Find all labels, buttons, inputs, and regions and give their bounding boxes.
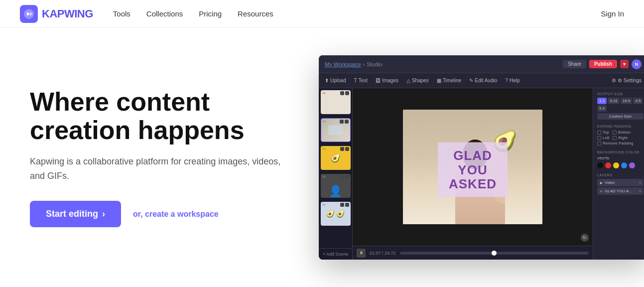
- remove-padding-checkbox[interactable]: [597, 142, 601, 145]
- layer-video[interactable]: ▶ Video ≡: [597, 179, 644, 186]
- output-size-section: OUTPUT SIZE 1:1 9:16 16:9 4:5 5:4 Custom…: [597, 92, 644, 120]
- remove-padding-label: Remove Padding: [603, 141, 633, 145]
- toolbar-settings[interactable]: ⚙ ⚙ Settings: [612, 78, 642, 83]
- images-label: Images: [382, 78, 398, 83]
- toolbar-edit-audio[interactable]: ✎ Edit Audio: [469, 78, 497, 83]
- text-label: Text: [359, 78, 368, 83]
- scene-3-delete-icon: [345, 147, 349, 151]
- scene-5-label: 4s: [322, 203, 326, 206]
- scene-2[interactable]: 4s: [321, 118, 351, 142]
- scene-3[interactable]: 4s 🥑: [321, 146, 351, 170]
- size-16-9[interactable]: 16:9: [621, 98, 633, 104]
- text-icon: T: [354, 78, 357, 83]
- color-purple[interactable]: [629, 162, 635, 168]
- remove-padding-row: Remove Padding: [597, 141, 644, 145]
- layer-text-icon: A: [600, 190, 603, 193]
- studio-mockup: My Workspace › Studio Share Publish ▾ N …: [319, 55, 644, 260]
- layer-text-label: GLAD YOU A...: [605, 189, 632, 193]
- toolbar-upload[interactable]: ⬆ Upload: [325, 78, 346, 83]
- upload-label: Upload: [330, 78, 346, 83]
- scene-3-label: 4s: [322, 147, 326, 150]
- studio-canvas: 🥑 GLAD YOU ASKED ↻ ⏸ 01:07 / 24:: [353, 88, 593, 260]
- color-options: [597, 162, 644, 168]
- nav-tools[interactable]: Tools: [113, 9, 130, 18]
- scene-2-label: 4s: [323, 120, 326, 123]
- output-sizes: 1:1 9:16 16:9 4:5 5:4: [597, 98, 644, 112]
- color-yellow[interactable]: [613, 162, 619, 168]
- toolbar-timeline[interactable]: ▦ Timeline: [437, 78, 461, 83]
- hero-title: Where content creation happens: [30, 88, 289, 144]
- color-blue[interactable]: [621, 162, 627, 168]
- hero-section: Where content creation happens Kapwing i…: [0, 28, 644, 287]
- signin-button[interactable]: Sign In: [601, 9, 624, 18]
- logo[interactable]: KAPWING: [20, 5, 93, 23]
- scene-delete-icon: [345, 91, 349, 95]
- layer-text[interactable]: A GLAD YOU A... ≡: [597, 187, 644, 195]
- help-icon: ?: [505, 78, 508, 83]
- custom-size-button[interactable]: Custom Size: [597, 113, 644, 120]
- publish-button[interactable]: Publish: [589, 60, 617, 68]
- scene-1-label: 4s: [322, 91, 326, 95]
- timeline-track[interactable]: [400, 252, 589, 255]
- color-red[interactable]: [605, 162, 611, 168]
- padding-lr-row: Left Right: [597, 136, 644, 140]
- padding-left-label: Left: [603, 136, 609, 140]
- layer-video-label: Video: [605, 180, 615, 185]
- toolbar-help[interactable]: ? Help: [505, 78, 519, 83]
- toolbar-text[interactable]: T Text: [354, 78, 368, 83]
- scene-4[interactable]: 3s 👤: [321, 174, 351, 198]
- toolbar-images[interactable]: 🖼 Images: [376, 78, 398, 83]
- toolbar-shapes[interactable]: △ Shapes: [406, 78, 429, 83]
- scene-5-actions: [340, 203, 349, 207]
- edit-audio-icon: ✎: [469, 78, 473, 83]
- size-9-16[interactable]: 9:16: [608, 98, 620, 104]
- padding-right-label: Right: [618, 136, 628, 140]
- start-editing-button[interactable]: Start editing ›: [30, 201, 121, 227]
- breadcrumb-workspace[interactable]: My Workspace: [325, 61, 361, 67]
- edit-audio-label: Edit Audio: [475, 78, 497, 83]
- help-label: Help: [510, 78, 520, 83]
- padding-right-checkbox[interactable]: [613, 136, 617, 140]
- scene-4-label: 3s: [322, 175, 326, 178]
- timeline-thumb[interactable]: [492, 251, 497, 256]
- expand-padding-label: EXPAND PADDING: [597, 125, 644, 128]
- color-black[interactable]: [597, 162, 603, 168]
- share-button[interactable]: Share: [563, 60, 586, 68]
- scenes-panel: 4s 4s: [319, 88, 353, 260]
- scene-4-actions: [340, 175, 349, 179]
- scene-3-actions: [340, 147, 349, 151]
- upload-icon: ⬆: [325, 78, 329, 83]
- canvas-background: 🥑 GLAD YOU ASKED: [403, 110, 542, 224]
- scene-4-duplicate-icon: [340, 175, 344, 179]
- size-4-5[interactable]: 4:5: [633, 98, 643, 104]
- output-size-label: OUTPUT SIZE: [597, 92, 644, 96]
- nav-pricing[interactable]: Pricing: [199, 9, 222, 18]
- padding-bottom-checkbox[interactable]: [613, 131, 617, 135]
- kapwing-logo-svg: [23, 8, 35, 20]
- shapes-label: Shapes: [412, 78, 429, 83]
- scene-1-actions: [340, 91, 349, 95]
- play-button[interactable]: ⏸: [357, 249, 366, 258]
- scene-2-delete-icon: [345, 120, 349, 124]
- avatar: N: [632, 59, 642, 69]
- nav-links: Tools Collections Pricing Resources: [113, 9, 601, 18]
- padding-bottom-label: Bottom: [618, 130, 631, 135]
- breadcrumb-page: Studio: [367, 61, 382, 67]
- hero-left: Where content creation happens Kapwing i…: [30, 88, 289, 228]
- scene-1[interactable]: 4s: [321, 90, 351, 114]
- padding-left-checkbox[interactable]: [597, 136, 601, 140]
- padding-top-checkbox[interactable]: [597, 131, 601, 135]
- bg-color-label: BACKGROUND COLOR: [597, 150, 644, 154]
- nav-collections[interactable]: Collections: [146, 9, 183, 18]
- add-scene-button[interactable]: + Add Scene: [319, 248, 352, 260]
- navbar: KAPWING Tools Collections Pricing Resour…: [0, 0, 644, 28]
- size-5-4[interactable]: 5:4: [597, 105, 607, 112]
- nav-resources[interactable]: Resources: [238, 9, 273, 18]
- scene-3-duplicate-icon: [340, 147, 344, 151]
- create-workspace-link[interactable]: or, create a workspace: [133, 210, 219, 219]
- layers-section: LAYERS ▶ Video ≡ A GLAD YOU A... ≡: [597, 173, 644, 195]
- size-1-1[interactable]: 1:1: [597, 98, 607, 104]
- scene-5[interactable]: 4s 🥑🥑: [321, 202, 351, 226]
- padding-top-label: Top: [603, 130, 609, 135]
- publish-dropdown-button[interactable]: ▾: [620, 60, 629, 68]
